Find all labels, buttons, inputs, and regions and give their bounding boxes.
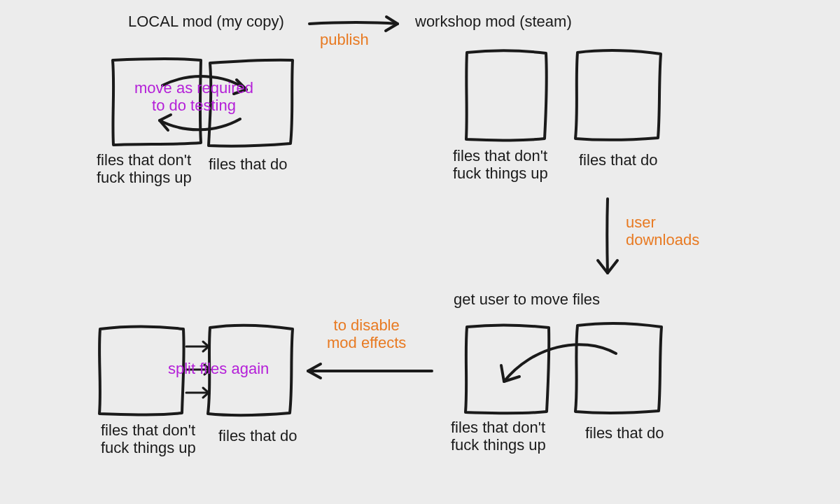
arrow-publish <box>309 22 398 24</box>
box-workshop-left <box>466 50 547 140</box>
box-workshop-right <box>575 50 661 140</box>
label-split-right: files that do <box>218 427 298 444</box>
box-user-left <box>465 325 549 413</box>
label-workshop-right: files that do <box>579 151 658 169</box>
label-user-downloads: user downloads <box>626 214 699 249</box>
label-to-disable: to disable mod effects <box>327 316 406 352</box>
label-get-user-move: get user to move files <box>454 290 600 308</box>
label-publish: publish <box>320 31 369 48</box>
label-workshop-left: files that don't fuck things up <box>453 147 548 183</box>
label-local-left: files that don't fuck things up <box>97 151 192 187</box>
label-workshop-title: workshop mod (steam) <box>415 13 572 30</box>
label-local-title: LOCAL mod (my copy) <box>128 13 284 30</box>
label-local-right: files that do <box>209 155 288 173</box>
label-split-again: split files again <box>168 360 269 377</box>
arrow-move-into-left <box>504 344 616 382</box>
label-testing-note: move as required to do testing <box>134 79 253 115</box>
label-user-left: files that don't fuck things up <box>451 419 546 454</box>
label-user-right: files that do <box>585 424 664 442</box>
label-split-left: files that don't fuck things up <box>101 421 196 457</box>
arrow-user-downloads <box>607 199 608 273</box>
box-user-right <box>575 323 662 413</box>
